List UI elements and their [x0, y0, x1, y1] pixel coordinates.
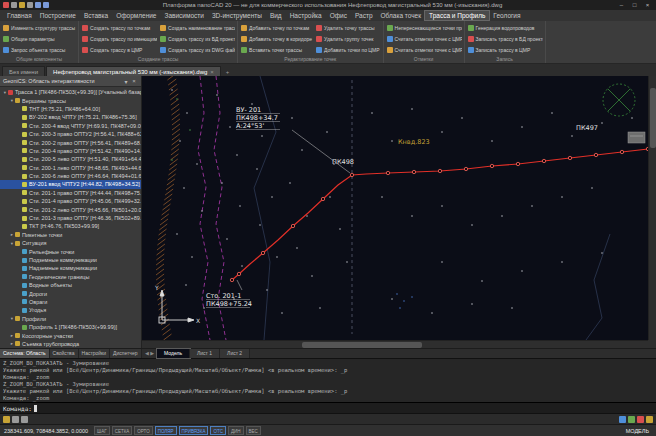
- toggle-отс[interactable]: ОТС: [210, 426, 226, 435]
- cad-canvas[interactable]: ПК498ПК497Кнвд.823ВУ- 201ПК498+34.7А:24°…: [142, 76, 648, 340]
- ribbon-button[interactable]: Генерация водопроводов: [467, 22, 543, 33]
- layout-tab-arrows[interactable]: ◀ ▶: [142, 349, 157, 358]
- menu-item-9[interactable]: Растр: [351, 11, 377, 20]
- toggle-орто[interactable]: ОРТО: [134, 426, 152, 435]
- tree-item[interactable]: Сти. 200-2 право ОПТУ [Н:56.41, ПК489+68…: [0, 138, 141, 146]
- toggle-вес[interactable]: ВЕС: [246, 426, 261, 435]
- undo-icon[interactable]: [35, 2, 41, 8]
- tree-item[interactable]: Сти. 200-5 лево ОПТУ [Н:51.40, ПК491+64.…: [0, 155, 141, 163]
- ribbon-button[interactable]: Создать трассу из DWG файла: [159, 45, 235, 56]
- maximize-button[interactable]: □: [628, 2, 641, 8]
- command-input-row[interactable]: Команда:: [0, 402, 656, 413]
- close-button[interactable]: ×: [641, 2, 654, 8]
- ribbon-button[interactable]: Запрос объекта трассы: [2, 45, 76, 56]
- link-icon[interactable]: [619, 416, 626, 423]
- command-history[interactable]: Z_ZOOM_ВО_ПОКАЗАТЬ - ЗумированиеУкажите …: [0, 358, 656, 402]
- ribbon-button[interactable]: Записать трассу в ЦМР: [467, 45, 543, 56]
- ribbon-button[interactable]: Удалить точку трассы: [315, 22, 380, 33]
- document-tab-0[interactable]: Без имени: [2, 66, 45, 76]
- tree-close-icon[interactable]: ×: [130, 78, 138, 84]
- tree-item[interactable]: Сти. 200-3 право ОПТУ2 [Н:56.41, ПК488+6…: [0, 130, 141, 138]
- ribbon-button[interactable]: Создать трассу в ЦМР: [81, 45, 157, 56]
- horizontal-scrollbar-thumb[interactable]: [302, 342, 422, 348]
- save-icon[interactable]: [12, 416, 19, 423]
- redo-icon[interactable]: [43, 2, 49, 8]
- minimize-button[interactable]: –: [615, 2, 628, 8]
- menu-item-1[interactable]: Построение: [36, 11, 80, 20]
- tree-item[interactable]: ▸Пикетные точки: [0, 231, 141, 239]
- tree-item[interactable]: Сти. 200-6 лево ОПТУ [Н:46.64, ПК494+01.…: [0, 172, 141, 180]
- tree-item[interactable]: ▾Трасса 1 [ПК486-ПК503(+99.39)] [Учалыны…: [0, 88, 141, 96]
- tree-item[interactable]: Сти. 201-2 лево ОПТУ [Н:45.66, ПК501+20.…: [0, 205, 141, 213]
- save-icon[interactable]: [27, 2, 33, 8]
- tree-item[interactable]: ТНТ [Н:75.21, ПК486+64.00]: [0, 105, 141, 113]
- menu-item-7[interactable]: Настройка: [286, 11, 326, 20]
- tree-item[interactable]: Сти. 201-1 право ОПТУ [Н:44.44, ПК498+75…: [0, 189, 141, 197]
- tree-item[interactable]: ВУ-202 ввод ЧПТУ [Н:75.21, ПК486+75.36]: [0, 113, 141, 121]
- document-tab-1[interactable]: Нефтепровод магистральный 530 мм (-изыск…: [46, 66, 221, 76]
- panel-tab-1[interactable]: Свойства: [50, 349, 79, 358]
- alert-icon[interactable]: [637, 416, 644, 423]
- tree-item[interactable]: ▾Ситуация: [0, 239, 141, 247]
- tree-item[interactable]: Профиль 1 [ПК486-ПК503(+99.99)]: [0, 323, 141, 331]
- toggle-привязка[interactable]: ПРИВЯЗКА: [179, 426, 209, 435]
- menu-item-6[interactable]: Вид: [266, 11, 286, 20]
- menu-item-2[interactable]: Вставка: [80, 11, 112, 20]
- ribbon-button[interactable]: Добавить точки по ЦМР: [315, 45, 380, 56]
- model-space-label[interactable]: МОДЕЛЬ: [623, 428, 652, 434]
- tree-item[interactable]: ▾Профили: [0, 315, 141, 323]
- ribbon-button[interactable]: Создать трассу по имеющимся: [81, 33, 157, 44]
- ribbon-button[interactable]: Создать трассу по точкам: [81, 22, 157, 33]
- app-icon[interactable]: [3, 2, 9, 8]
- tree-item[interactable]: Водные объекты: [0, 281, 141, 289]
- ribbon-button[interactable]: Непересекающиеся точки профиля: [386, 22, 462, 33]
- ribbon-button[interactable]: Вставить точки трассы: [240, 45, 313, 56]
- toggle-сетка[interactable]: СЕТКА: [112, 426, 133, 435]
- menu-item-4[interactable]: Зависимости: [160, 11, 207, 20]
- layout-tab-2[interactable]: Лист 2: [220, 349, 250, 358]
- tree-item[interactable]: Сти. 201-4 право ОПТУ [Н:45.06, ПК499+32…: [0, 197, 141, 205]
- folder-icon[interactable]: [3, 416, 10, 423]
- horizontal-scrollbar[interactable]: [142, 340, 648, 348]
- menu-item-12[interactable]: Геология: [489, 11, 524, 20]
- tree-item[interactable]: ТКТ [Н:46.76, ПК503+99.99]: [0, 222, 141, 230]
- menu-item-11[interactable]: Трасса и Профиль: [425, 11, 489, 20]
- new-file-icon[interactable]: [11, 2, 17, 8]
- tree-item[interactable]: Сти. 200-1 лево ОПТУ [Н:48.65, ПК493+44.…: [0, 164, 141, 172]
- tree-item[interactable]: ▾Вершины трассы: [0, 96, 141, 104]
- ribbon-button[interactable]: Создать трассу из БД проектов: [159, 33, 235, 44]
- menu-item-3[interactable]: Оформление: [112, 11, 160, 20]
- chat-icon[interactable]: [628, 416, 635, 423]
- tree-pin-icon[interactable]: ▾: [122, 78, 130, 85]
- ribbon-button[interactable]: Добавить точку в коридоре: [240, 33, 313, 44]
- tree-item[interactable]: Сти. 200-4 право ОПТУ [Н:51.42, ПК490+14…: [0, 147, 141, 155]
- ribbon-button[interactable]: Общие параметры: [2, 33, 76, 44]
- toggle-поляр[interactable]: ПОЛЯР: [155, 426, 177, 435]
- layout-tab-0[interactable]: Модель: [157, 349, 190, 358]
- tree-item[interactable]: Геодезические границы: [0, 273, 141, 281]
- toggle-шаг[interactable]: ШАГ: [94, 426, 110, 435]
- tree-item[interactable]: Надземные коммуникации: [0, 264, 141, 272]
- print-icon[interactable]: [21, 416, 28, 423]
- ribbon-button[interactable]: Добавить точку по точкам: [240, 22, 313, 33]
- menu-item-10[interactable]: Облака точек: [377, 11, 426, 20]
- tree-item[interactable]: Угодья: [0, 306, 141, 314]
- tree-item[interactable]: Рельефные точки: [0, 247, 141, 255]
- ribbon-button[interactable]: Изменить структуру трассы: [2, 22, 76, 33]
- tree-item[interactable]: ВУ-201 ввод ЧПТУ2 [Н:44.82, ПК498+34.52]: [0, 180, 141, 188]
- panel-tab-3[interactable]: Диспетчер: [110, 349, 141, 358]
- ribbon-button[interactable]: Считать отметки точек с ЦМР: [386, 45, 462, 56]
- ribbon-button[interactable]: Записать трассу в БД проектов: [467, 33, 543, 44]
- panel-tab-2[interactable]: Настройки: [79, 349, 111, 358]
- ribbon-button[interactable]: Удалить группу точек: [315, 33, 380, 44]
- tree-item[interactable]: Сти. 201-3 право ОПТУ [Н:46.36, ПК502+89…: [0, 214, 141, 222]
- new-tab-button[interactable]: +: [222, 68, 234, 76]
- toggle-дин[interactable]: ДИН: [228, 426, 244, 435]
- vertical-scrollbar[interactable]: [648, 76, 656, 340]
- open-file-icon[interactable]: [19, 2, 25, 8]
- drawing-area[interactable]: ПК498ПК497Кнвд.823ВУ- 201ПК498+34.7А:24°…: [142, 76, 656, 348]
- tree-item[interactable]: Овраги: [0, 298, 141, 306]
- menu-item-5[interactable]: 3D-инструменты: [208, 11, 266, 20]
- vertical-scrollbar-thumb[interactable]: [650, 88, 656, 148]
- ribbon-button[interactable]: Считать отметки точек с ЦМР: [386, 33, 462, 44]
